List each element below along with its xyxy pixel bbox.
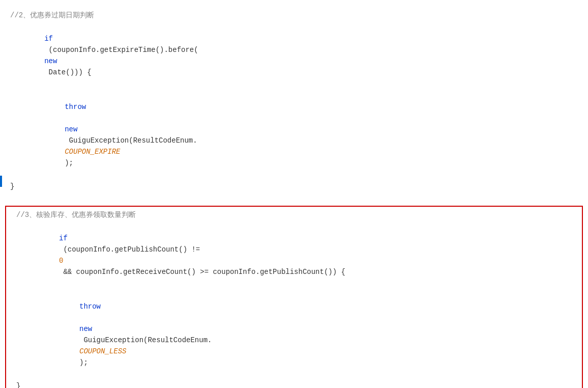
enum-value: COUPON_EXPIRE [65, 148, 120, 156]
number: 0 [59, 257, 63, 265]
left-sidebar-indicator [0, 176, 2, 187]
plain-text [65, 114, 69, 122]
plain-text: (couponInfo.getPublishCount() != [59, 245, 200, 254]
line-content: } [6, 380, 20, 388]
code-line: if (couponInfo.getPublishCount() != 0 &&… [6, 221, 582, 289]
code-line: //3、核验库存、优惠券领取数量判断 [6, 209, 582, 221]
plain-text: (couponInfo.getExpireTime().before( [44, 46, 198, 54]
line-content: if (couponInfo.getPublishCount() != 0 &&… [6, 221, 345, 289]
keyword: new [65, 125, 77, 133]
code-line: if (couponInfo.getExpireTime().before( n… [0, 21, 588, 90]
line-content: throw new GuiguException(ResultCodeEnum.… [0, 90, 197, 180]
comment-text: //3、核验库存、优惠券领取数量判断 [6, 209, 136, 220]
plain-text: ); [65, 159, 73, 167]
keyword: if [44, 35, 53, 43]
line-content: if (couponInfo.getExpireTime().before( n… [0, 22, 198, 89]
keyword: new [44, 57, 57, 65]
plain-text: Date())) { [44, 68, 91, 76]
plain-text [79, 314, 83, 322]
plain-text: GuiguException(ResultCodeEnum. [79, 336, 212, 344]
line-content: throw new GuiguException(ResultCodeEnum.… [6, 290, 212, 379]
plain-text: ); [79, 358, 88, 367]
comment-text: //2、优惠券过期日期判断 [0, 10, 94, 21]
keyword: new [79, 325, 92, 333]
code-line: } [6, 380, 582, 388]
section-2: //2、优惠券过期日期判断 if (couponInfo.getExpireTi… [0, 5, 588, 195]
keyword: if [59, 234, 68, 242]
red-box-section3: //3、核验库存、优惠券领取数量判断 if (couponInfo.getPub… [5, 206, 583, 388]
section-3-wrapper: //3、核验库存、优惠券领取数量判断 if (couponInfo.getPub… [0, 206, 588, 388]
code-line: //2、优惠券过期日期判断 [0, 9, 588, 21]
enum-value: COUPON_LESS [79, 347, 126, 355]
plain-text: GuiguException(ResultCodeEnum. [65, 136, 197, 145]
code-line: } [0, 180, 588, 192]
keyword-throw: throw [65, 103, 86, 111]
code-line: throw new GuiguException(ResultCodeEnum.… [6, 289, 582, 380]
code-line: throw new GuiguException(ResultCodeEnum.… [0, 90, 588, 180]
plain-text: && couponInfo.getReceiveCount() >= coupo… [59, 268, 345, 276]
keyword-throw: throw [79, 302, 101, 311]
line-content: } [0, 181, 14, 192]
code-editor: //2、优惠券过期日期判断 if (couponInfo.getExpireTi… [0, 0, 588, 388]
